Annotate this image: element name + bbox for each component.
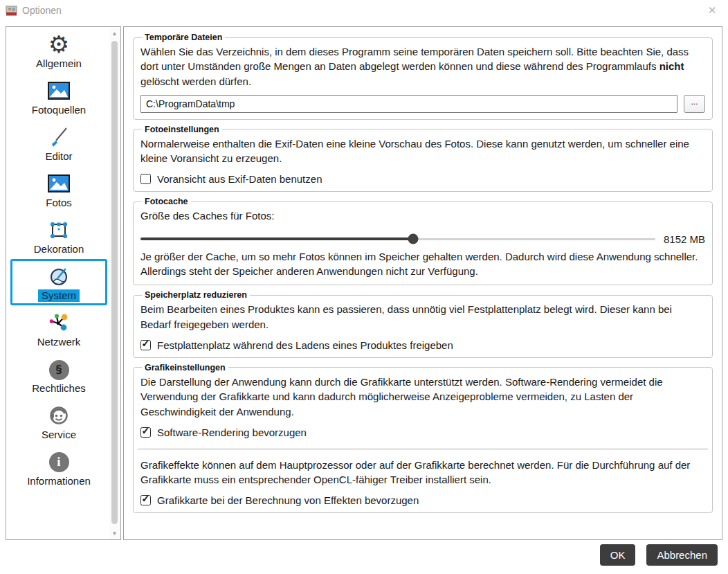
sidebar-item-allgemein[interactable]: ⚙ Allgemein <box>10 27 107 73</box>
sidebar: ⚙ Allgemein Fotoquellen <box>6 26 121 540</box>
section-legend: Fotocache <box>142 197 191 206</box>
sidebar-item-label: Service <box>38 429 80 441</box>
sidebar-item-informationen[interactable]: i Informationen <box>10 445 107 491</box>
temp-path-row: ... <box>140 95 705 113</box>
browse-button[interactable]: ... <box>684 95 705 113</box>
scroll-up-icon[interactable]: ▲ <box>109 28 120 39</box>
sidebar-item-netzwerk[interactable]: Netzwerk <box>10 305 107 352</box>
scroll-down-icon[interactable]: ▼ <box>109 528 120 539</box>
gpu-effects-checkbox-row[interactable]: Grafikkarte bei der Berechnung von Effek… <box>140 494 705 506</box>
sidebar-nav: ⚙ Allgemein Fotoquellen <box>6 27 110 491</box>
sidebar-item-rechtliches[interactable]: § Rechtliches <box>10 352 107 398</box>
sidebar-item-fotoquellen[interactable]: Fotoquellen <box>10 73 107 120</box>
ok-button[interactable]: OK <box>600 544 636 566</box>
divider <box>138 449 708 449</box>
cache-size-value: 8152 MB <box>664 233 705 245</box>
sidebar-item-label: Rechtliches <box>28 382 89 395</box>
image-icon <box>48 174 70 192</box>
gauge-icon <box>48 265 70 287</box>
free-disk-checkbox-row[interactable]: Festplattenplatz während des Ladens eine… <box>140 339 705 351</box>
checkbox-label: Voransicht aus Exif-Daten benutzen <box>157 173 322 185</box>
sidebar-item-fotos[interactable]: Fotos <box>10 166 107 213</box>
paragraph-icon: § <box>49 360 69 380</box>
checkbox-label: Software-Rendering bevorzugen <box>157 427 307 438</box>
sidebar-item-editor[interactable]: Editor <box>10 120 107 166</box>
network-icon <box>48 312 70 334</box>
checkbox-label: Grafikkarte bei der Berechnung von Effek… <box>157 494 419 506</box>
section-legend: Grafikeinstellungen <box>142 363 228 373</box>
free-disk-checkbox[interactable] <box>140 340 151 350</box>
section-description: Wählen Sie das Verzeichnis, in dem diese… <box>140 44 705 89</box>
section-speicherplatz: Speicherplatz reduzieren Beim Bearbeiten… <box>133 290 713 358</box>
sidebar-item-label: Dekoration <box>30 243 88 255</box>
slider-fill <box>140 237 413 240</box>
sidebar-item-system[interactable]: System <box>10 259 107 305</box>
brush-icon <box>48 126 70 148</box>
section-description: Normalerweise enthalten die Exif-Daten e… <box>140 136 705 166</box>
scrollbar-thumb[interactable] <box>111 41 118 524</box>
cache-size-slider[interactable] <box>140 233 655 244</box>
slider-thumb[interactable] <box>408 234 419 244</box>
selection-frame-icon <box>48 219 70 241</box>
sidebar-item-label: Netzwerk <box>34 336 84 348</box>
section-temporaere-dateien: Temporäre Dateien Wählen Sie das Verzeic… <box>133 33 713 120</box>
section-fotocache: Fotocache Größe des Caches für Fotos: 81… <box>133 197 713 285</box>
exif-preview-checkbox-row[interactable]: Voransicht aus Exif-Daten benutzen <box>140 173 705 185</box>
sidebar-scrollbar[interactable]: ▲ ▼ <box>109 28 120 539</box>
sidebar-item-label: Informationen <box>24 475 94 487</box>
section-legend: Temporäre Dateien <box>142 33 225 42</box>
image-icon <box>48 82 70 100</box>
titlebar: Optionen ✕ <box>0 0 728 21</box>
section-description: Die Darstellung der Anwendung kann durch… <box>140 375 705 419</box>
sidebar-item-label: Allgemein <box>33 57 85 70</box>
software-rendering-checkbox[interactable] <box>140 427 151 438</box>
section-description: Je größer der Cache, um so mehr Fotos kö… <box>140 249 705 279</box>
section-fotoeinstellungen: Fotoeinstellungen Normalerweise enthalte… <box>133 125 713 192</box>
checkbox-label: Festplattenplatz während des Ladens eine… <box>157 339 453 351</box>
cache-slider-row: 8152 MB <box>140 233 705 245</box>
section-legend: Speicherplatz reduzieren <box>142 290 250 300</box>
cancel-button[interactable]: Abbrechen <box>646 544 718 566</box>
gpu-effects-checkbox[interactable] <box>140 495 151 505</box>
dialog-footer: OK Abbrechen <box>600 544 718 566</box>
section-description: Beim Bearbeiten eines Produktes kann es … <box>140 302 705 332</box>
section-legend: Fotoeinstellungen <box>142 125 222 134</box>
software-rendering-checkbox-row[interactable]: Software-Rendering bevorzugen <box>140 427 705 438</box>
sidebar-item-label: Fotoquellen <box>28 104 89 116</box>
sidebar-item-label: Editor <box>42 150 75 163</box>
section-description: Grafikeffekte können auf dem Hauptprozes… <box>140 458 705 487</box>
cache-size-label: Größe des Caches für Fotos: <box>140 208 705 223</box>
temp-path-input[interactable] <box>140 95 677 113</box>
info-icon: i <box>49 452 69 472</box>
sidebar-item-label: Fotos <box>42 197 75 209</box>
options-dialog: Optionen ✕ ⚙ Allgemein Fotoquellen <box>0 0 728 574</box>
close-icon[interactable]: ✕ <box>702 1 722 19</box>
sidebar-item-dekoration[interactable]: Dekoration <box>10 213 107 259</box>
sidebar-item-label: System <box>38 289 80 302</box>
headset-support-icon <box>48 404 70 427</box>
app-icon <box>6 5 17 17</box>
section-grafikeinstellungen: Grafikeinstellungen Die Darstellung der … <box>133 363 713 513</box>
exif-preview-checkbox[interactable] <box>140 174 151 184</box>
sidebar-item-service[interactable]: Service <box>10 398 107 445</box>
settings-panel: Temporäre Dateien Wählen Sie das Verzeic… <box>123 26 722 540</box>
window-title: Optionen <box>22 5 62 16</box>
gear-icon: ⚙ <box>48 33 69 56</box>
